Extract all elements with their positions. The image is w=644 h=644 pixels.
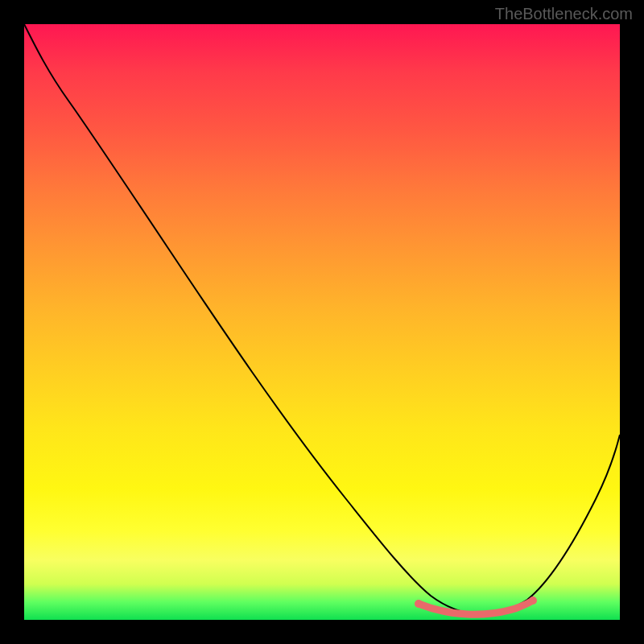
chart-svg [24, 24, 620, 620]
bottleneck-curve [24, 24, 620, 614]
chart-container [24, 24, 620, 620]
marker-end-dot [529, 597, 537, 605]
marker-start-dot [415, 600, 423, 608]
watermark-text: TheBottleneck.com [495, 5, 633, 23]
optimal-range-marker [419, 601, 531, 614]
